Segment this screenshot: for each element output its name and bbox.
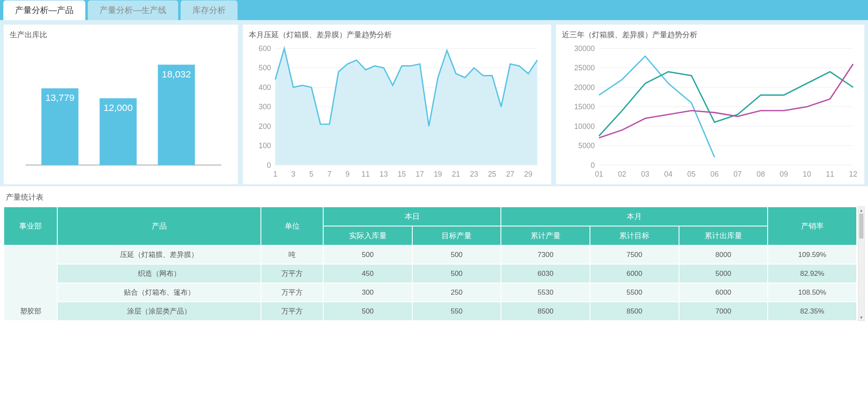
td-dept-group: 塑胶部	[4, 246, 57, 320]
table-scrollbar[interactable]: ▲ ▼	[858, 206, 865, 321]
panel-bar-chart: 生产出库比 13,77912,00018,032	[3, 24, 238, 185]
svg-text:0: 0	[591, 161, 595, 170]
th-month-cum: 累计产量	[501, 226, 590, 245]
svg-text:13: 13	[380, 170, 388, 178]
th-dept: 事业部	[4, 207, 57, 245]
svg-text:15: 15	[398, 170, 406, 178]
td-rate: 82.35%	[768, 302, 856, 320]
table-row: 涂层（涂层类产品）万平方50055085008500700082.35%	[4, 302, 856, 320]
svg-text:30000: 30000	[574, 44, 595, 53]
svg-text:5000: 5000	[578, 141, 595, 150]
td-month_cum: 7300	[501, 246, 590, 264]
svg-text:400: 400	[258, 83, 271, 92]
stats-table: 事业部 产品 单位 本日 本月 产销率 实际入库量 目标产量 累计产量 累计目标…	[3, 206, 857, 321]
td-month_target: 6000	[590, 265, 679, 283]
td-unit: 万平方	[261, 302, 323, 320]
svg-text:1: 1	[273, 170, 277, 178]
th-rate: 产销率	[768, 207, 856, 245]
svg-text:29: 29	[524, 170, 532, 178]
td-month_cum: 6030	[501, 265, 590, 283]
svg-text:08: 08	[756, 170, 765, 178]
svg-text:07: 07	[733, 170, 742, 178]
td-today_target: 550	[413, 302, 501, 320]
svg-text:100: 100	[258, 141, 271, 150]
th-today-target: 目标产量	[413, 226, 501, 245]
th-month: 本月	[501, 207, 767, 226]
svg-text:10000: 10000	[574, 122, 595, 131]
td-month_out: 7000	[679, 302, 768, 320]
th-today: 本日	[324, 207, 500, 226]
th-month-target: 累计目标	[590, 226, 679, 245]
month-trend-chart: 0100200300400500600135791113151719212325…	[249, 43, 545, 181]
tab-line-analysis[interactable]: 产量分析—生产线	[88, 0, 178, 20]
svg-text:3: 3	[291, 170, 295, 178]
panel-three-year-trend: 近三年（灯箱膜、差异膜）产量趋势分析 050001000015000200002…	[556, 24, 865, 185]
panel-title: 生产出库比	[10, 30, 232, 40]
th-unit: 单位	[261, 207, 323, 245]
svg-text:05: 05	[687, 170, 696, 178]
td-month_target: 8500	[590, 302, 679, 320]
tab-bar: 产量分析—产品 产量分析—生产线 库存分析	[0, 0, 868, 20]
table-row: 织造（网布）万平方45050060306000500082.92%	[4, 265, 856, 283]
svg-text:300: 300	[258, 103, 271, 111]
chart-row: 生产出库比 13,77912,00018,032 本月压延（灯箱膜、差异膜）产量…	[0, 20, 868, 186]
svg-text:06: 06	[710, 170, 719, 178]
th-today-in: 实际入库量	[324, 226, 412, 245]
svg-text:25: 25	[488, 170, 496, 178]
panel-title: 近三年（灯箱膜、差异膜）产量趋势分析	[562, 30, 858, 40]
three-year-chart: 0500010000150002000025000300000102030405…	[562, 43, 858, 181]
table-row: 贴合（灯箱布、篷布）万平方300250553055006000108.50%	[4, 283, 856, 301]
svg-text:18,032: 18,032	[162, 69, 191, 80]
td-today_target: 500	[413, 265, 501, 283]
tab-inventory-analysis[interactable]: 库存分析	[181, 0, 237, 20]
svg-text:12: 12	[849, 170, 857, 178]
td-today_in: 500	[324, 246, 412, 264]
svg-text:03: 03	[641, 170, 649, 178]
panel-month-trend: 本月压延（灯箱膜、差异膜）产量趋势分析 01002003004005006001…	[243, 24, 551, 185]
td-month_target: 7500	[590, 246, 679, 264]
td-unit: 万平方	[261, 283, 323, 301]
svg-text:27: 27	[506, 170, 514, 178]
svg-text:5: 5	[309, 170, 314, 178]
scroll-up-icon[interactable]: ▲	[858, 207, 864, 213]
svg-text:20000: 20000	[574, 83, 595, 92]
table-row: 塑胶部压延（灯箱膜、差异膜）吨500500730075008000109.59%	[4, 246, 856, 264]
svg-text:23: 23	[470, 170, 478, 178]
svg-text:04: 04	[664, 170, 672, 178]
svg-text:11: 11	[826, 170, 834, 178]
td-month_out: 6000	[679, 283, 768, 301]
table-container: 事业部 产品 单位 本日 本月 产销率 实际入库量 目标产量 累计产量 累计目标…	[0, 206, 868, 321]
svg-text:9: 9	[345, 170, 350, 178]
td-today_target: 500	[413, 246, 501, 264]
svg-text:21: 21	[452, 170, 460, 178]
scroll-thumb[interactable]	[859, 213, 863, 239]
td-today_in: 500	[324, 302, 412, 320]
td-product: 贴合（灯箱布、篷布）	[58, 283, 260, 301]
svg-text:09: 09	[780, 170, 788, 178]
bar-chart: 13,77912,00018,032	[10, 43, 232, 181]
td-unit: 吨	[261, 246, 323, 264]
svg-text:7: 7	[327, 170, 332, 178]
svg-text:600: 600	[258, 44, 271, 53]
td-month_cum: 8500	[501, 302, 590, 320]
scroll-down-icon[interactable]: ▼	[858, 314, 864, 321]
panel-title: 本月压延（灯箱膜、差异膜）产量趋势分析	[249, 30, 545, 40]
svg-text:11: 11	[361, 170, 370, 178]
th-product: 产品	[58, 207, 260, 245]
svg-text:10: 10	[803, 170, 811, 178]
td-product: 织造（网布）	[58, 265, 260, 283]
td-today_target: 250	[413, 283, 501, 301]
svg-text:13,779: 13,779	[45, 92, 74, 103]
td-today_in: 300	[324, 283, 412, 301]
svg-text:19: 19	[434, 170, 442, 178]
td-month_target: 5500	[590, 283, 679, 301]
svg-text:25000: 25000	[574, 64, 595, 72]
svg-text:12,000: 12,000	[104, 102, 133, 113]
td-product: 涂层（涂层类产品）	[58, 302, 260, 320]
svg-text:02: 02	[618, 170, 626, 178]
svg-text:0: 0	[267, 161, 271, 170]
td-today_in: 450	[324, 265, 412, 283]
tab-product-analysis[interactable]: 产量分析—产品	[3, 0, 85, 20]
svg-text:200: 200	[258, 122, 271, 131]
td-rate: 82.92%	[768, 265, 856, 283]
